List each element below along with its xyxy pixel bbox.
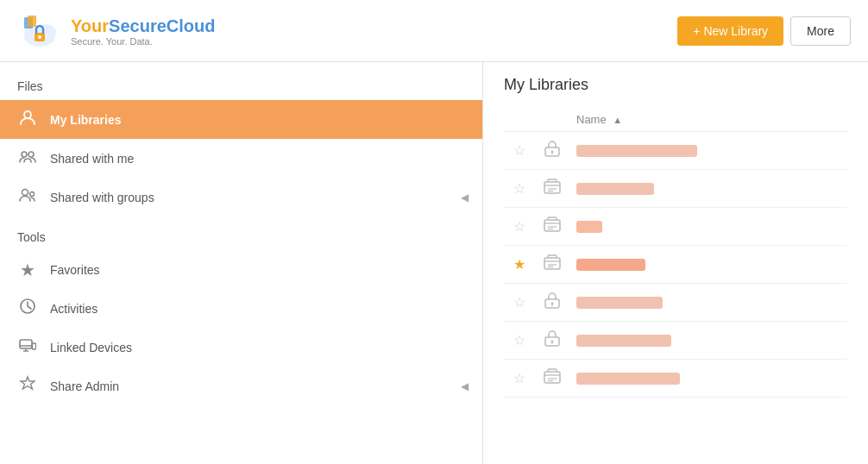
- sidebar-item-favorites-label: Favorites: [50, 263, 100, 277]
- shared-with-groups-chevron: ◀: [461, 191, 469, 204]
- sidebar: Files My Libraries S: [0, 62, 483, 464]
- library-icon: [543, 334, 562, 351]
- svg-point-11: [30, 192, 35, 197]
- share-admin-icon: [17, 375, 38, 397]
- more-button[interactable]: More: [790, 16, 851, 46]
- sidebar-item-linked-devices-label: Linked Devices: [50, 341, 132, 354]
- logo-cloud: Cloud: [167, 16, 216, 35]
- name-col-label: Name: [576, 113, 607, 126]
- svg-point-19: [551, 151, 554, 154]
- sidebar-item-share-admin[interactable]: Share Admin ◀: [0, 367, 482, 405]
- sidebar-item-activities[interactable]: Activities: [0, 289, 482, 328]
- logo-your: Your: [71, 16, 109, 35]
- main-layout: Files My Libraries S: [0, 62, 868, 464]
- favorites-icon: ★: [17, 260, 38, 280]
- svg-point-31: [551, 303, 554, 305]
- sidebar-item-shared-with-me-label: Shared with me: [50, 152, 134, 166]
- library-name-bar[interactable]: [576, 373, 680, 385]
- table-row: ☆: [504, 170, 847, 208]
- content-area: My Libraries Name ▲ ☆ ☆: [483, 62, 868, 464]
- svg-rect-17: [33, 343, 36, 349]
- sidebar-item-activities-label: Activities: [50, 302, 97, 316]
- library-name-bar[interactable]: [576, 259, 645, 271]
- svg-point-7: [24, 111, 31, 118]
- my-libraries-icon: [17, 109, 38, 130]
- svg-point-10: [22, 190, 28, 196]
- library-name-bar[interactable]: [576, 335, 671, 347]
- sidebar-item-shared-with-groups-label: Shared with groups: [50, 191, 154, 204]
- col-name-header: Name ▲: [569, 108, 847, 132]
- sidebar-item-share-admin-label: Share Admin: [50, 379, 119, 393]
- library-name-bar[interactable]: [576, 297, 663, 309]
- star-icon[interactable]: ☆: [513, 143, 525, 158]
- star-icon[interactable]: ★: [513, 257, 525, 272]
- table-row: ☆: [504, 132, 847, 170]
- logo-tagline: Secure. Your. Data.: [71, 36, 215, 47]
- col-icon-header: [535, 108, 569, 132]
- svg-point-8: [22, 152, 27, 157]
- star-icon[interactable]: ☆: [513, 295, 525, 310]
- sort-indicator: ▲: [613, 115, 622, 125]
- logo-text: YourSecureCloud Secure. Your. Data.: [71, 16, 215, 47]
- activities-icon: [17, 298, 38, 319]
- logo-area: YourSecureCloud Secure. Your. Data.: [17, 9, 215, 53]
- header: YourSecureCloud Secure. Your. Data. + Ne…: [0, 0, 868, 62]
- libraries-table: Name ▲ ☆ ☆ ☆ ★: [504, 108, 847, 398]
- library-icon: [543, 144, 562, 161]
- logo-secure: Secure: [109, 16, 167, 35]
- star-icon[interactable]: ☆: [513, 219, 525, 234]
- shared-with-me-icon: [17, 147, 38, 169]
- library-icon: [543, 258, 562, 275]
- files-section-title: Files: [0, 76, 482, 100]
- content-title: My Libraries: [504, 76, 847, 94]
- svg-point-9: [28, 152, 34, 157]
- library-name-bar[interactable]: [576, 221, 602, 233]
- share-admin-chevron: ◀: [461, 380, 469, 392]
- sidebar-item-shared-with-groups[interactable]: Shared with groups ◀: [0, 178, 482, 216]
- table-row: ☆: [504, 322, 847, 360]
- library-name-bar[interactable]: [576, 183, 654, 195]
- sidebar-item-shared-with-me[interactable]: Shared with me: [0, 139, 482, 178]
- sidebar-item-linked-devices[interactable]: Linked Devices: [0, 328, 482, 367]
- svg-rect-13: [20, 340, 32, 348]
- logo-icon: [17, 9, 62, 53]
- table-row: ★: [504, 246, 847, 284]
- new-library-button[interactable]: + New Library: [677, 16, 783, 46]
- star-icon[interactable]: ☆: [513, 181, 525, 196]
- tools-section-title: Tools: [0, 227, 482, 251]
- header-actions: + New Library More: [677, 16, 851, 46]
- table-row: ☆: [504, 208, 847, 246]
- linked-devices-icon: [17, 336, 38, 358]
- svg-point-34: [551, 341, 554, 343]
- library-icon: [543, 220, 562, 237]
- svg-point-4: [38, 35, 41, 39]
- sidebar-item-my-libraries[interactable]: My Libraries: [0, 100, 482, 139]
- library-icon: [543, 372, 562, 389]
- table-row: ☆: [504, 360, 847, 398]
- star-icon[interactable]: ☆: [513, 371, 525, 386]
- svg-rect-6: [28, 16, 36, 27]
- sidebar-item-my-libraries-label: My Libraries: [50, 113, 121, 127]
- col-star-header: [504, 108, 535, 132]
- shared-with-groups-icon: [17, 186, 38, 208]
- table-row: ☆: [504, 284, 847, 322]
- sidebar-item-favorites[interactable]: ★ Favorites: [0, 251, 482, 289]
- library-name-bar[interactable]: [576, 145, 697, 157]
- star-icon[interactable]: ☆: [513, 333, 525, 348]
- library-icon: [543, 296, 562, 313]
- library-icon: [543, 182, 562, 199]
